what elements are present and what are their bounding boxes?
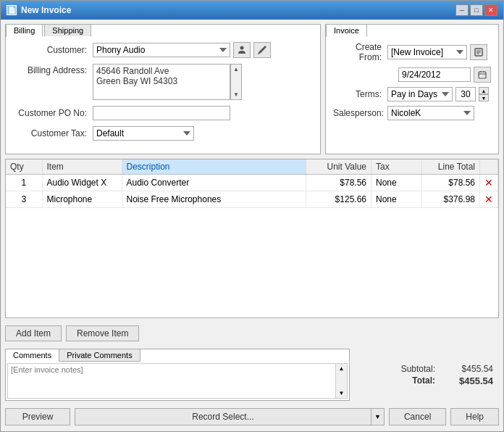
col-header-unit-value: Unit Value: [306, 159, 371, 175]
items-section: Qty Item Description Unit Value Tax Line…: [5, 159, 499, 318]
row1-unit-value: $78.56: [306, 175, 371, 191]
tab-shipping[interactable]: Shipping: [44, 24, 91, 37]
preview-button[interactable]: Preview: [5, 408, 70, 425]
salesperson-label: Salesperson:: [333, 108, 387, 118]
terms-days-field[interactable]: [455, 87, 476, 101]
comments-tabs: Comments Private Comments: [6, 349, 349, 362]
customer-input-group: Phony Audio: [93, 42, 271, 58]
table-row: 1 Audio Widget X Audio Converter $78.56 …: [6, 175, 498, 191]
salesperson-select[interactable]: NicoleK: [387, 106, 474, 120]
address-input-group: 45646 Randoll Ave Green Bay WI 54303 ▲ ▼: [93, 64, 242, 100]
tab-comments[interactable]: Comments: [6, 349, 59, 362]
col-header-qty: Qty: [6, 159, 42, 175]
document-icon: [474, 48, 483, 57]
window-body: Billing Shipping Customer: Phony Audio: [1, 20, 503, 431]
row1-line-total: $78.56: [422, 175, 480, 191]
address-scrollbar[interactable]: ▲ ▼: [230, 64, 242, 100]
customer-label: Customer:: [13, 45, 93, 55]
col-header-tax: Tax: [371, 159, 422, 175]
row1-description: Audio Converter: [122, 175, 306, 191]
billing-address-field[interactable]: 45646 Randoll Ave Green Bay WI 54303: [93, 64, 230, 100]
footer-buttons: Preview Record Select... ▼ Cancel Help: [5, 405, 499, 427]
customer-edit-button[interactable]: [253, 42, 271, 58]
table-row: 3 Microphone Noise Free Microphones $125…: [6, 191, 498, 208]
tab-private-comments[interactable]: Private Comments: [59, 349, 140, 362]
date-row: [333, 67, 491, 83]
terms-increment-button[interactable]: ▲: [479, 87, 489, 94]
row1-delete-button[interactable]: ✕: [480, 175, 498, 191]
cancel-button[interactable]: Cancel: [389, 408, 446, 425]
customer-tax-select[interactable]: Default: [93, 126, 194, 141]
comments-field[interactable]: [7, 363, 336, 399]
salesperson-row: Salesperson: NicoleK: [333, 106, 491, 120]
window-icon: 📄: [7, 5, 17, 15]
tab-invoice[interactable]: Invoice: [326, 24, 367, 37]
row2-description: Noise Free Microphones: [122, 191, 306, 208]
scroll-down-icon[interactable]: ▼: [339, 390, 345, 396]
delete-icon[interactable]: ✕: [484, 177, 493, 188]
title-bar-left: 📄 New Invoice: [7, 5, 71, 15]
calendar-button[interactable]: [474, 67, 491, 83]
svg-rect-5: [479, 72, 486, 78]
row2-qty: 3: [6, 191, 42, 208]
row1-tax: None: [371, 175, 422, 191]
person-icon: [237, 45, 247, 55]
customer-lookup-button[interactable]: [233, 42, 251, 58]
svg-point-0: [240, 46, 244, 50]
invoice-tabs: Invoice: [326, 24, 369, 37]
create-from-row: Create From: [New Invoice]: [333, 42, 491, 62]
row2-line-total: $376.98: [422, 191, 480, 208]
customer-po-row: Customer PO No:: [13, 106, 313, 120]
top-section: Billing Shipping Customer: Phony Audio: [5, 24, 499, 154]
customer-po-label: Customer PO No:: [13, 108, 93, 118]
scroll-down-arrow[interactable]: ▼: [233, 91, 239, 98]
col-header-description: Description: [122, 159, 306, 175]
remove-item-button[interactable]: Remove Item: [66, 325, 139, 341]
add-item-button[interactable]: Add Item: [5, 325, 62, 341]
close-button[interactable]: ✕: [484, 4, 497, 16]
scroll-up-icon[interactable]: ▲: [339, 365, 345, 372]
terms-spinner: ▲ ▼: [479, 87, 489, 101]
row2-tax: None: [371, 191, 422, 208]
row1-qty: 1: [6, 175, 42, 191]
subtotal-value: $455.54: [450, 364, 493, 374]
comments-scrollbar[interactable]: ▲ ▼: [336, 363, 348, 399]
create-from-select[interactable]: [New Invoice]: [387, 45, 467, 59]
create-from-group: [New Invoice]: [387, 44, 487, 60]
customer-select[interactable]: Phony Audio: [93, 43, 230, 57]
help-button[interactable]: Help: [450, 408, 499, 425]
terms-select[interactable]: Pay in Days: [387, 87, 453, 101]
record-select-button[interactable]: Record Select...: [75, 408, 371, 425]
minimize-button[interactable]: ─: [455, 4, 469, 16]
calendar-icon: [478, 70, 487, 79]
items-table: Qty Item Description Unit Value Tax Line…: [6, 159, 498, 208]
terms-group: Pay in Days ▲ ▼: [387, 87, 489, 101]
tab-billing[interactable]: Billing: [6, 24, 43, 37]
customer-po-field[interactable]: [93, 106, 230, 120]
main-window: 📄 New Invoice ─ □ ✕ Billing Shipping Cus…: [0, 0, 504, 432]
col-header-line-total: Line Total: [422, 159, 480, 175]
row1-item: Audio Widget X: [42, 175, 122, 191]
totals-area: Subtotal: $455.54 Total: $455.54: [354, 349, 499, 401]
total-label: Total:: [412, 375, 435, 386]
terms-label: Terms:: [333, 89, 387, 99]
row2-delete-button[interactable]: ✕: [480, 191, 498, 208]
subtotal-row: Subtotal: $455.54: [401, 364, 493, 374]
table-header: Qty Item Description Unit Value Tax Line…: [6, 159, 498, 175]
terms-decrement-button[interactable]: ▼: [479, 94, 489, 101]
create-from-icon-button[interactable]: [470, 44, 487, 60]
subtotal-label: Subtotal:: [401, 364, 435, 374]
record-select-dropdown-button[interactable]: ▼: [371, 408, 385, 425]
delete-icon[interactable]: ✕: [484, 194, 493, 205]
date-field[interactable]: [398, 67, 471, 82]
col-header-delete: [480, 159, 498, 175]
edit-icon: [257, 45, 267, 55]
scroll-up-arrow[interactable]: ▲: [233, 66, 239, 72]
window-title: New Invoice: [21, 5, 71, 15]
row2-unit-value: $125.66: [306, 191, 371, 208]
col-header-item: Item: [42, 159, 122, 175]
comments-section: Comments Private Comments ▲ ▼: [5, 349, 350, 401]
maximize-button[interactable]: □: [470, 4, 483, 16]
title-bar: 📄 New Invoice ─ □ ✕: [1, 1, 503, 20]
billing-address-row: Billing Address: 45646 Randoll Ave Green…: [13, 64, 313, 100]
